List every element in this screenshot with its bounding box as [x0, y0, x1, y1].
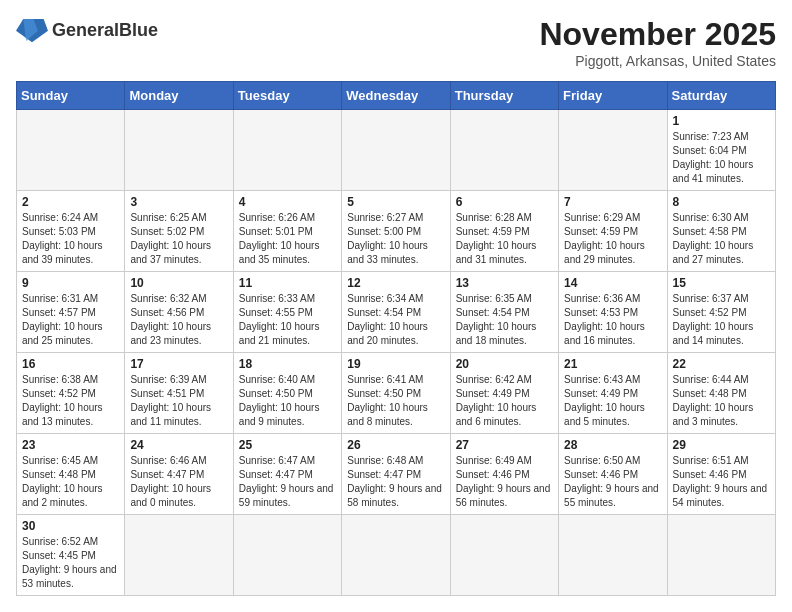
weekday-header-wednesday: Wednesday	[342, 82, 450, 110]
weekday-header-saturday: Saturday	[667, 82, 775, 110]
day-info: Sunrise: 6:35 AM Sunset: 4:54 PM Dayligh…	[456, 292, 553, 348]
calendar-cell: 8Sunrise: 6:30 AM Sunset: 4:58 PM Daylig…	[667, 191, 775, 272]
day-info: Sunrise: 6:26 AM Sunset: 5:01 PM Dayligh…	[239, 211, 336, 267]
calendar-week-row: 23Sunrise: 6:45 AM Sunset: 4:48 PM Dayli…	[17, 434, 776, 515]
calendar-cell	[233, 110, 341, 191]
calendar-cell: 19Sunrise: 6:41 AM Sunset: 4:50 PM Dayli…	[342, 353, 450, 434]
day-info: Sunrise: 6:33 AM Sunset: 4:55 PM Dayligh…	[239, 292, 336, 348]
day-number: 26	[347, 438, 444, 452]
calendar-cell: 29Sunrise: 6:51 AM Sunset: 4:46 PM Dayli…	[667, 434, 775, 515]
calendar-cell: 16Sunrise: 6:38 AM Sunset: 4:52 PM Dayli…	[17, 353, 125, 434]
calendar-cell	[233, 515, 341, 596]
day-number: 30	[22, 519, 119, 533]
day-number: 17	[130, 357, 227, 371]
calendar-cell	[342, 515, 450, 596]
day-number: 6	[456, 195, 553, 209]
weekday-header-thursday: Thursday	[450, 82, 558, 110]
title-block: November 2025 Piggott, Arkansas, United …	[539, 16, 776, 69]
calendar-cell: 10Sunrise: 6:32 AM Sunset: 4:56 PM Dayli…	[125, 272, 233, 353]
calendar-cell: 15Sunrise: 6:37 AM Sunset: 4:52 PM Dayli…	[667, 272, 775, 353]
calendar-cell: 27Sunrise: 6:49 AM Sunset: 4:46 PM Dayli…	[450, 434, 558, 515]
day-number: 3	[130, 195, 227, 209]
calendar-week-row: 1Sunrise: 7:23 AM Sunset: 6:04 PM Daylig…	[17, 110, 776, 191]
logo-text: GeneralBlue	[52, 20, 158, 41]
calendar-cell: 30Sunrise: 6:52 AM Sunset: 4:45 PM Dayli…	[17, 515, 125, 596]
page-header: GeneralBlue November 2025 Piggott, Arkan…	[16, 16, 776, 69]
weekday-header-sunday: Sunday	[17, 82, 125, 110]
calendar-cell	[17, 110, 125, 191]
day-number: 15	[673, 276, 770, 290]
day-info: Sunrise: 6:27 AM Sunset: 5:00 PM Dayligh…	[347, 211, 444, 267]
day-number: 4	[239, 195, 336, 209]
calendar-cell: 1Sunrise: 7:23 AM Sunset: 6:04 PM Daylig…	[667, 110, 775, 191]
day-info: Sunrise: 6:39 AM Sunset: 4:51 PM Dayligh…	[130, 373, 227, 429]
calendar-cell: 24Sunrise: 6:46 AM Sunset: 4:47 PM Dayli…	[125, 434, 233, 515]
day-info: Sunrise: 6:41 AM Sunset: 4:50 PM Dayligh…	[347, 373, 444, 429]
day-info: Sunrise: 6:45 AM Sunset: 4:48 PM Dayligh…	[22, 454, 119, 510]
day-info: Sunrise: 7:23 AM Sunset: 6:04 PM Dayligh…	[673, 130, 770, 186]
day-info: Sunrise: 6:38 AM Sunset: 4:52 PM Dayligh…	[22, 373, 119, 429]
calendar-cell	[125, 110, 233, 191]
day-number: 21	[564, 357, 661, 371]
day-number: 25	[239, 438, 336, 452]
day-info: Sunrise: 6:28 AM Sunset: 4:59 PM Dayligh…	[456, 211, 553, 267]
day-info: Sunrise: 6:46 AM Sunset: 4:47 PM Dayligh…	[130, 454, 227, 510]
calendar-week-row: 16Sunrise: 6:38 AM Sunset: 4:52 PM Dayli…	[17, 353, 776, 434]
calendar-cell: 18Sunrise: 6:40 AM Sunset: 4:50 PM Dayli…	[233, 353, 341, 434]
calendar-cell	[125, 515, 233, 596]
calendar-cell: 25Sunrise: 6:47 AM Sunset: 4:47 PM Dayli…	[233, 434, 341, 515]
calendar-cell: 14Sunrise: 6:36 AM Sunset: 4:53 PM Dayli…	[559, 272, 667, 353]
calendar-cell: 23Sunrise: 6:45 AM Sunset: 4:48 PM Dayli…	[17, 434, 125, 515]
calendar-cell: 26Sunrise: 6:48 AM Sunset: 4:47 PM Dayli…	[342, 434, 450, 515]
calendar-cell: 9Sunrise: 6:31 AM Sunset: 4:57 PM Daylig…	[17, 272, 125, 353]
day-number: 10	[130, 276, 227, 290]
day-info: Sunrise: 6:43 AM Sunset: 4:49 PM Dayligh…	[564, 373, 661, 429]
calendar-week-row: 2Sunrise: 6:24 AM Sunset: 5:03 PM Daylig…	[17, 191, 776, 272]
calendar-week-row: 9Sunrise: 6:31 AM Sunset: 4:57 PM Daylig…	[17, 272, 776, 353]
calendar-table: SundayMondayTuesdayWednesdayThursdayFrid…	[16, 81, 776, 596]
day-info: Sunrise: 6:25 AM Sunset: 5:02 PM Dayligh…	[130, 211, 227, 267]
day-info: Sunrise: 6:47 AM Sunset: 4:47 PM Dayligh…	[239, 454, 336, 510]
weekday-header-friday: Friday	[559, 82, 667, 110]
day-info: Sunrise: 6:24 AM Sunset: 5:03 PM Dayligh…	[22, 211, 119, 267]
day-info: Sunrise: 6:48 AM Sunset: 4:47 PM Dayligh…	[347, 454, 444, 510]
day-info: Sunrise: 6:29 AM Sunset: 4:59 PM Dayligh…	[564, 211, 661, 267]
day-number: 29	[673, 438, 770, 452]
day-number: 2	[22, 195, 119, 209]
calendar-cell: 11Sunrise: 6:33 AM Sunset: 4:55 PM Dayli…	[233, 272, 341, 353]
day-info: Sunrise: 6:49 AM Sunset: 4:46 PM Dayligh…	[456, 454, 553, 510]
day-number: 5	[347, 195, 444, 209]
calendar-cell: 28Sunrise: 6:50 AM Sunset: 4:46 PM Dayli…	[559, 434, 667, 515]
day-info: Sunrise: 6:37 AM Sunset: 4:52 PM Dayligh…	[673, 292, 770, 348]
day-number: 14	[564, 276, 661, 290]
day-number: 1	[673, 114, 770, 128]
month-year-title: November 2025	[539, 16, 776, 53]
day-info: Sunrise: 6:40 AM Sunset: 4:50 PM Dayligh…	[239, 373, 336, 429]
day-number: 19	[347, 357, 444, 371]
calendar-cell: 4Sunrise: 6:26 AM Sunset: 5:01 PM Daylig…	[233, 191, 341, 272]
day-info: Sunrise: 6:42 AM Sunset: 4:49 PM Dayligh…	[456, 373, 553, 429]
calendar-cell	[342, 110, 450, 191]
day-info: Sunrise: 6:31 AM Sunset: 4:57 PM Dayligh…	[22, 292, 119, 348]
location-subtitle: Piggott, Arkansas, United States	[539, 53, 776, 69]
calendar-cell: 17Sunrise: 6:39 AM Sunset: 4:51 PM Dayli…	[125, 353, 233, 434]
day-number: 23	[22, 438, 119, 452]
calendar-cell	[559, 515, 667, 596]
day-number: 12	[347, 276, 444, 290]
day-info: Sunrise: 6:32 AM Sunset: 4:56 PM Dayligh…	[130, 292, 227, 348]
weekday-header-row: SundayMondayTuesdayWednesdayThursdayFrid…	[17, 82, 776, 110]
day-number: 24	[130, 438, 227, 452]
day-number: 7	[564, 195, 661, 209]
day-number: 9	[22, 276, 119, 290]
day-info: Sunrise: 6:51 AM Sunset: 4:46 PM Dayligh…	[673, 454, 770, 510]
day-info: Sunrise: 6:50 AM Sunset: 4:46 PM Dayligh…	[564, 454, 661, 510]
day-number: 22	[673, 357, 770, 371]
day-number: 8	[673, 195, 770, 209]
day-number: 13	[456, 276, 553, 290]
calendar-cell: 3Sunrise: 6:25 AM Sunset: 5:02 PM Daylig…	[125, 191, 233, 272]
calendar-cell: 21Sunrise: 6:43 AM Sunset: 4:49 PM Dayli…	[559, 353, 667, 434]
day-number: 11	[239, 276, 336, 290]
calendar-cell: 7Sunrise: 6:29 AM Sunset: 4:59 PM Daylig…	[559, 191, 667, 272]
generalblue-logo-icon	[16, 16, 48, 44]
day-info: Sunrise: 6:36 AM Sunset: 4:53 PM Dayligh…	[564, 292, 661, 348]
